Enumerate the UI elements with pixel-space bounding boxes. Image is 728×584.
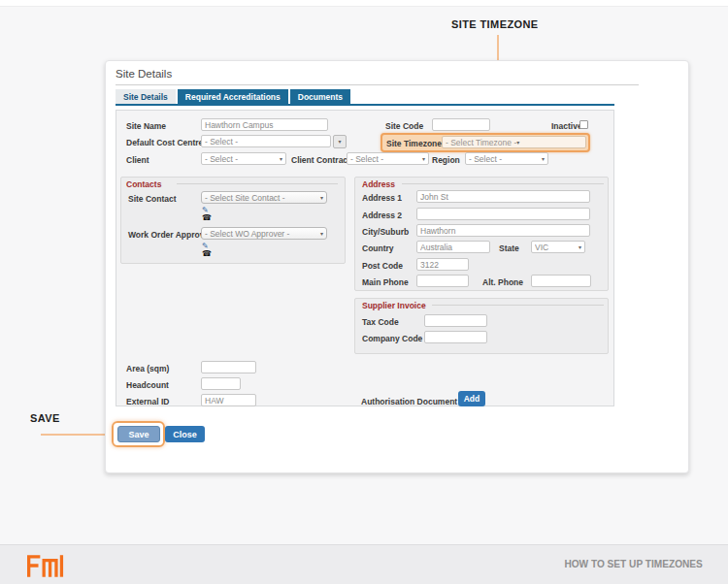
chevron-down-icon: ▾ — [320, 231, 323, 237]
alt-phone-input[interactable] — [531, 275, 591, 287]
footer-title: HOW TO SET UP TIMEZONES — [565, 558, 703, 569]
chevron-down-icon: ▾ — [579, 244, 581, 250]
contacts-heading-rule — [177, 183, 338, 184]
client-contract-value: - Select - — [350, 154, 422, 164]
address-heading-rule — [402, 183, 604, 184]
site-timezone-highlight: Site Timezone - Select Timezone - ▾ — [381, 133, 590, 152]
supplier-invoice-heading: Supplier Invoice — [362, 301, 426, 310]
main-phone-input[interactable] — [416, 275, 469, 287]
save-callout-label: SAVE — [30, 412, 60, 424]
address2-input[interactable] — [416, 208, 590, 220]
chevron-down-icon: ▾ — [422, 156, 425, 162]
site-contact-label: Site Contact — [128, 194, 177, 204]
contacts-heading: Contacts — [126, 179, 161, 189]
contacts-section — [120, 177, 346, 264]
address1-input[interactable] — [416, 190, 590, 203]
save-button[interactable]: Save — [117, 426, 160, 442]
area-label: Area (sqm) — [126, 364, 169, 373]
chevron-down-icon: ▾ — [338, 139, 341, 145]
supplier-invoice-heading-rule — [432, 305, 604, 306]
region-value: - Select - — [469, 154, 542, 164]
client-label: Client — [126, 155, 149, 165]
country-input[interactable] — [416, 241, 490, 253]
default-cost-centre-value: - Select - — [205, 137, 327, 146]
headcount-label: Headcount — [126, 380, 169, 390]
state-value: VIC — [535, 243, 579, 252]
title-divider — [116, 84, 639, 85]
form-panel: Site Name Site Code Inactive Default Cos… — [116, 110, 614, 406]
company-code-label: Company Code — [362, 334, 422, 343]
fmi-logo — [25, 553, 66, 578]
client-select[interactable]: - Select - ▾ — [201, 152, 286, 165]
default-cost-centre-combo[interactable]: - Select - — [201, 135, 331, 147]
site-timezone-value: - Select Timezone - — [446, 138, 516, 147]
region-label: Region — [432, 155, 460, 165]
address-heading: Address — [362, 179, 395, 189]
client-contract-label: Client Contract — [291, 155, 350, 165]
add-button[interactable]: Add — [458, 391, 485, 406]
address2-label: Address 2 — [362, 211, 402, 220]
phone-icon[interactable]: ☎ — [202, 250, 212, 258]
external-id-input[interactable] — [201, 394, 256, 406]
tabbar: Site Details Required Accreditations Doc… — [116, 89, 614, 106]
chevron-down-icon: ▾ — [280, 156, 282, 162]
site-contact-select[interactable]: - Select Site Contact - ▾ — [201, 191, 327, 204]
site-name-input[interactable] — [201, 118, 328, 131]
headcount-input[interactable] — [201, 377, 241, 390]
address1-label: Address 1 — [362, 193, 402, 203]
tax-code-input[interactable] — [424, 314, 487, 327]
phone-icon[interactable]: ☎ — [202, 214, 212, 222]
tab-required-accreditations[interactable]: Required Accreditations — [178, 89, 288, 104]
tax-code-label: Tax Code — [362, 317, 399, 327]
post-code-input[interactable] — [416, 258, 469, 271]
city-suburb-label: City/Suburb — [362, 227, 409, 237]
dialog-title: Site Details — [116, 68, 172, 80]
default-cost-centre-dropdown-button[interactable]: ▾ — [333, 135, 347, 148]
main-phone-label: Main Phone — [362, 277, 409, 287]
tab-site-details[interactable]: Site Details — [116, 89, 176, 104]
city-suburb-input[interactable] — [416, 224, 590, 237]
site-name-label: Site Name — [126, 121, 166, 131]
state-label: State — [499, 243, 519, 253]
footer-bar: HOW TO SET UP TIMEZONES — [0, 544, 728, 584]
site-code-label: Site Code — [385, 121, 423, 131]
inactive-label: Inactive — [551, 121, 582, 131]
close-button[interactable]: Close — [165, 426, 205, 442]
chevron-down-icon: ▾ — [320, 195, 323, 201]
company-code-input[interactable] — [424, 331, 487, 343]
client-contract-select[interactable]: - Select - ▾ — [347, 152, 429, 165]
country-label: Country — [362, 243, 394, 253]
region-select[interactable]: - Select - ▾ — [465, 152, 548, 165]
default-cost-centre-label: Default Cost Centre — [126, 138, 203, 147]
chevron-down-icon: ▾ — [542, 156, 545, 162]
work-order-approver-label: Work Order Approver — [128, 230, 212, 240]
client-value: - Select - — [205, 154, 280, 164]
site-timezone-label: Site Timezone — [386, 139, 442, 148]
authorisation-document-label: Authorisation Document — [361, 397, 457, 406]
state-select[interactable]: VIC ▾ — [531, 241, 585, 253]
save-callout-line — [41, 434, 113, 436]
site-code-input[interactable] — [432, 118, 490, 131]
tab-documents[interactable]: Documents — [290, 89, 350, 104]
timezone-callout-label: SITE TIMEZONE — [451, 18, 539, 30]
external-id-label: External ID — [126, 397, 169, 406]
alt-phone-label: Alt. Phone — [482, 277, 523, 287]
inactive-checkbox[interactable] — [579, 120, 588, 129]
work-order-approver-select[interactable]: - Select WO Approver - ▾ — [201, 227, 327, 240]
work-order-approver-value: - Select WO Approver - — [205, 229, 320, 239]
top-strip — [0, 0, 728, 7]
chevron-down-icon: ▾ — [516, 140, 519, 146]
area-input[interactable] — [201, 361, 256, 373]
site-details-dialog: Site Details Site Details Required Accre… — [105, 60, 689, 473]
site-timezone-select[interactable]: - Select Timezone - ▾ — [442, 136, 586, 148]
site-contact-value: - Select Site Contact - — [205, 193, 320, 203]
post-code-label: Post Code — [362, 261, 403, 271]
